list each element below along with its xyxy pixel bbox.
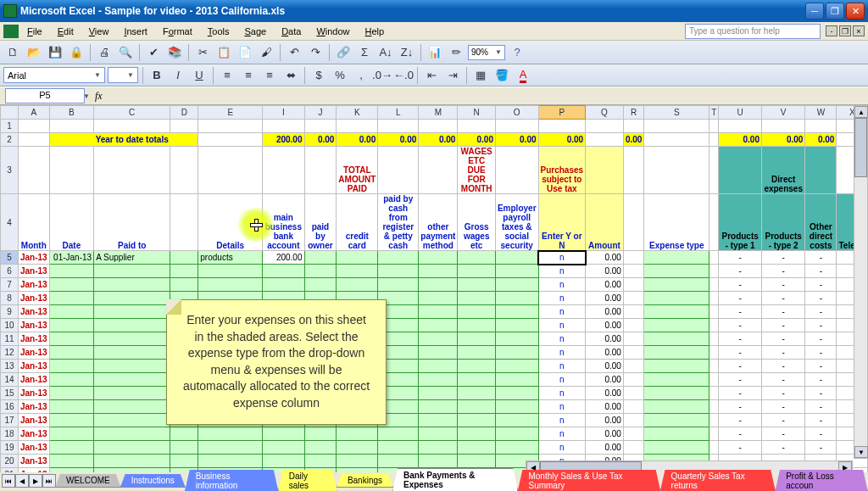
cell-U10[interactable]: -: [719, 319, 762, 332]
cell-P10[interactable]: n: [538, 319, 586, 332]
cell-C14[interactable]: [94, 373, 170, 387]
percent-icon[interactable]: %: [331, 66, 349, 85]
cell-B10[interactable]: [49, 319, 93, 332]
hyperlink-icon[interactable]: 🔗: [334, 43, 353, 62]
cell-W13[interactable]: -: [805, 360, 837, 373]
cell-C6[interactable]: [94, 265, 170, 278]
cut-icon[interactable]: ✂: [193, 43, 212, 62]
cell-T15[interactable]: [709, 387, 719, 400]
cell-J19[interactable]: [304, 441, 337, 455]
cell-W10[interactable]: -: [805, 319, 837, 332]
cell-V13[interactable]: -: [761, 360, 804, 373]
row-header-15[interactable]: 15: [1, 387, 19, 400]
cell-W6[interactable]: -: [805, 265, 837, 278]
col-header-P[interactable]: P: [538, 106, 586, 120]
cell-C17[interactable]: [94, 414, 170, 427]
col-header-K[interactable]: K: [337, 106, 378, 120]
cell-K6[interactable]: [337, 265, 378, 278]
cell-O11[interactable]: [495, 332, 538, 346]
cell-V10[interactable]: -: [761, 319, 804, 332]
cell-N17[interactable]: [458, 414, 496, 427]
cell-N15[interactable]: [458, 387, 496, 400]
cell-L7[interactable]: [378, 278, 419, 292]
col-header-I[interactable]: I: [263, 106, 304, 120]
cell-T8[interactable]: [709, 292, 719, 305]
cell-E6[interactable]: [198, 265, 263, 278]
cell-N8[interactable]: [458, 292, 496, 305]
cell-A20[interactable]: Jan-13: [18, 455, 49, 468]
cell-N11[interactable]: [458, 332, 496, 346]
font-select[interactable]: Arial▼: [3, 67, 105, 83]
row-header-16[interactable]: 16: [1, 400, 19, 414]
cell-N6[interactable]: [458, 265, 496, 278]
cell-M7[interactable]: [419, 278, 458, 292]
autosum-icon[interactable]: Σ: [355, 43, 374, 62]
cell-U11[interactable]: -: [719, 332, 762, 346]
cell-P12[interactable]: n: [538, 346, 586, 360]
cell-O8[interactable]: [495, 292, 538, 305]
cell-V15[interactable]: -: [761, 387, 804, 400]
col-header-M[interactable]: M: [419, 106, 458, 120]
col-header-E[interactable]: E: [198, 106, 263, 120]
minimize-button[interactable]: ─: [805, 3, 824, 20]
tab-bank-payments[interactable]: Bank Payments & Expenses: [392, 468, 518, 491]
cell-I18[interactable]: [263, 427, 304, 441]
cell-Q12[interactable]: 0.00: [586, 346, 624, 360]
cell-D6[interactable]: [170, 265, 198, 278]
cell-B15[interactable]: [49, 387, 93, 400]
name-box[interactable]: P5: [5, 88, 85, 103]
cell-P8[interactable]: n: [538, 292, 586, 305]
menu-file[interactable]: File: [20, 25, 49, 38]
cell-R12[interactable]: [623, 346, 643, 360]
col-header-L[interactable]: L: [378, 106, 419, 120]
cell-C18[interactable]: [94, 427, 170, 441]
cell-V12[interactable]: -: [761, 346, 804, 360]
cell-O9[interactable]: [495, 305, 538, 319]
cell-B19[interactable]: [49, 441, 93, 455]
new-icon[interactable]: 🗋: [3, 43, 22, 62]
cell-O12[interactable]: [495, 346, 538, 360]
paste-icon[interactable]: 📄: [236, 43, 254, 62]
close-button[interactable]: ✕: [846, 3, 865, 20]
cell-M18[interactable]: [419, 427, 458, 441]
workbook-restore-button[interactable]: ❐: [839, 25, 851, 36]
formula-input[interactable]: [108, 88, 863, 103]
cell-M8[interactable]: [419, 292, 458, 305]
menu-edit[interactable]: Edit: [51, 25, 81, 38]
cell-N20[interactable]: [458, 455, 496, 468]
scroll-up-icon[interactable]: ▲: [854, 106, 868, 118]
row-header-11[interactable]: 11: [1, 332, 19, 346]
chart-icon[interactable]: 📊: [426, 43, 444, 62]
cell-A8[interactable]: Jan-13: [18, 292, 49, 305]
cell-L20[interactable]: [378, 455, 419, 468]
cell-K20[interactable]: [337, 455, 378, 468]
cell-S5[interactable]: [644, 251, 709, 265]
cell-M6[interactable]: [419, 265, 458, 278]
cell-A14[interactable]: Jan-13: [18, 373, 49, 387]
cell-B12[interactable]: [49, 346, 93, 360]
cell-L6[interactable]: [378, 265, 419, 278]
cell-Q13[interactable]: 0.00: [586, 360, 624, 373]
cell-S17[interactable]: [644, 414, 709, 427]
cell-W8[interactable]: -: [805, 292, 837, 305]
vertical-scrollbar[interactable]: ▲ ▼: [854, 105, 868, 459]
cell-B13[interactable]: [49, 360, 93, 373]
cell-N7[interactable]: [458, 278, 496, 292]
cell-R5[interactable]: [623, 251, 643, 265]
cell-O7[interactable]: [495, 278, 538, 292]
merge-icon[interactable]: ⬌: [281, 66, 300, 85]
cell-W9[interactable]: -: [805, 305, 837, 319]
excel-menu-icon[interactable]: [3, 25, 19, 38]
cell-P9[interactable]: n: [538, 305, 586, 319]
cell-U7[interactable]: -: [719, 278, 762, 292]
cell-W11[interactable]: -: [805, 332, 837, 346]
cell-V7[interactable]: -: [761, 278, 804, 292]
cell-B20[interactable]: [49, 455, 93, 468]
maximize-button[interactable]: ❐: [826, 3, 844, 20]
cell-T9[interactable]: [709, 305, 719, 319]
cell-N9[interactable]: [458, 305, 496, 319]
cell-R7[interactable]: [623, 278, 643, 292]
workbook-close-button[interactable]: ×: [853, 25, 865, 36]
cell-U17[interactable]: -: [719, 414, 762, 427]
help-search-input[interactable]: Type a question for help: [685, 24, 821, 39]
